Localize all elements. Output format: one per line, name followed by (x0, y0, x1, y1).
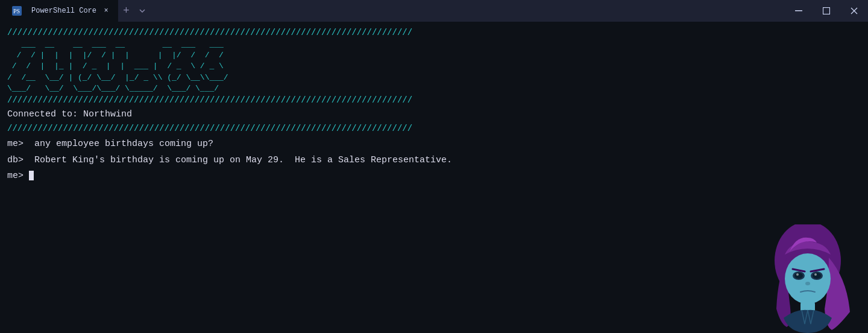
close-icon (851, 7, 858, 14)
avatar-character (760, 224, 856, 333)
title-bar: PS PowerShell Core × + (0, 0, 868, 22)
avatar-svg (760, 224, 856, 333)
slash-line-divider: ////////////////////////////////////////… (7, 122, 861, 135)
svg-point-10 (796, 273, 799, 276)
slash-line-top: ////////////////////////////////////////… (7, 27, 861, 39)
window-controls (785, 0, 868, 22)
tab-dropdown-button[interactable] (134, 0, 150, 22)
ascii-logo: ___ __ __ ___ __ __ ___ ___ / / | | | |/… (7, 39, 861, 94)
db-response-line: db> Robert King's birthday is coming up … (7, 154, 861, 168)
svg-text:PS: PS (13, 8, 20, 14)
powershell-icon: PS (12, 6, 22, 16)
tab-close-button[interactable]: × (101, 6, 111, 16)
svg-point-13 (814, 273, 817, 276)
connected-status: Connected to: Northwind (7, 108, 861, 122)
svg-point-9 (794, 273, 803, 279)
new-tab-button[interactable]: + (118, 0, 134, 22)
terminal-cursor (29, 171, 34, 180)
current-input-line[interactable]: me> (7, 170, 861, 183)
svg-point-16 (805, 282, 810, 285)
maximize-button[interactable] (813, 0, 840, 22)
minimize-icon (795, 10, 802, 11)
maximize-icon (823, 7, 830, 14)
chevron-down-icon (139, 8, 145, 13)
slash-line-bottom: ////////////////////////////////////////… (7, 94, 861, 107)
close-window-button[interactable] (840, 0, 868, 22)
svg-point-7 (785, 253, 831, 304)
tab-label: PowerShell Core (31, 7, 96, 15)
active-tab[interactable]: PS PowerShell Core × (0, 0, 118, 22)
user-prompt-line: me> any employee birthdays coming up? (7, 138, 861, 151)
svg-point-12 (813, 273, 821, 279)
svg-rect-2 (795, 10, 802, 11)
terminal-window: ////////////////////////////////////////… (0, 22, 868, 333)
minimize-button[interactable] (785, 0, 813, 22)
title-bar-left: PS PowerShell Core × + (0, 0, 150, 22)
svg-rect-3 (823, 8, 830, 14)
